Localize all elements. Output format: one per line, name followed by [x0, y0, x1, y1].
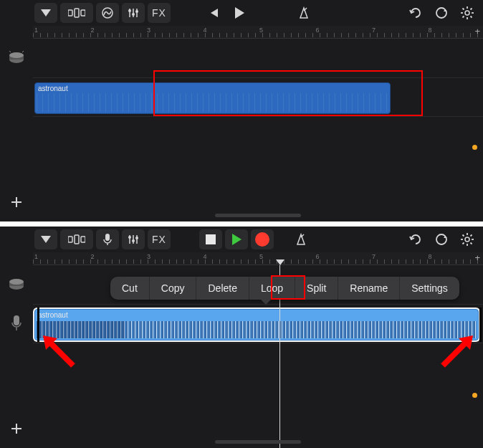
ruler-number: 5	[259, 253, 263, 260]
toolbar-top: FX	[0, 0, 483, 26]
add-measure-icon[interactable]: +	[474, 27, 480, 36]
svg-point-44	[9, 279, 24, 285]
toolbar-bottom: FX	[0, 227, 483, 252]
svg-point-5	[132, 13, 135, 16]
context-menu-item-settings[interactable]: Settings	[400, 277, 459, 300]
settings-gear-button[interactable]	[456, 229, 479, 249]
svg-point-20	[9, 52, 24, 58]
undo-button[interactable]	[404, 229, 427, 249]
automation-button[interactable]	[96, 3, 119, 23]
track-head-drums[interactable]	[0, 265, 33, 304]
ruler-number: 6	[316, 253, 320, 260]
track-headers	[0, 39, 33, 221]
mixer-button[interactable]	[122, 229, 145, 249]
svg-point-4	[128, 9, 131, 12]
svg-line-39	[471, 243, 472, 244]
metronome-button[interactable]	[290, 229, 312, 249]
svg-point-28	[132, 239, 135, 242]
ruler-number: 8	[429, 27, 432, 34]
metronome-button[interactable]	[292, 3, 315, 23]
stop-button[interactable]	[199, 229, 222, 249]
svg-line-41	[471, 235, 472, 237]
context-menu: CutCopyDeleteLoopSplitRenameSettings	[110, 277, 459, 300]
svg-rect-30	[206, 234, 216, 244]
svg-rect-1	[75, 9, 79, 17]
svg-line-15	[471, 16, 472, 18]
svg-point-8	[436, 8, 446, 18]
horizontal-scrollbar[interactable]	[215, 440, 301, 444]
ruler[interactable]: + 12345678	[33, 26, 483, 39]
context-menu-item-copy[interactable]: Copy	[150, 277, 197, 300]
track-settings-button[interactable]	[34, 229, 57, 249]
ruler-number: 3	[147, 253, 150, 260]
svg-rect-24	[75, 235, 79, 244]
horizontal-scrollbar[interactable]	[215, 214, 301, 217]
svg-line-38	[463, 235, 464, 237]
ruler-number: 8	[429, 253, 432, 260]
record-icon	[255, 232, 269, 247]
loop-button[interactable]	[430, 229, 453, 249]
context-menu-item-cut[interactable]: Cut	[110, 277, 150, 300]
fx-button[interactable]: FX	[148, 229, 171, 249]
loop-button[interactable]	[430, 3, 453, 23]
microphone-icon	[10, 314, 23, 333]
ruler-number: 5	[259, 27, 263, 34]
marker-dot	[472, 145, 477, 150]
svg-line-22	[22, 51, 25, 52]
svg-rect-26	[105, 234, 110, 241]
add-track-button[interactable]	[0, 183, 33, 221]
track-head-mic[interactable]	[0, 304, 33, 343]
settings-gear-button[interactable]	[456, 3, 479, 23]
svg-rect-45	[14, 315, 19, 325]
drums-icon	[6, 277, 27, 292]
ruler-number: 4	[204, 27, 207, 34]
audio-region[interactable]: astronaut	[34, 309, 479, 340]
ruler-number: 7	[372, 253, 376, 260]
context-menu-item-split[interactable]: Split	[295, 277, 338, 300]
mixer-button[interactable]	[122, 3, 145, 23]
marker-dot	[472, 393, 477, 398]
play-button[interactable]	[225, 229, 248, 249]
svg-point-6	[135, 10, 138, 13]
region-handle-right[interactable]	[479, 308, 482, 342]
undo-button[interactable]	[404, 3, 427, 23]
svg-rect-23	[68, 237, 72, 242]
view-mode-button[interactable]	[60, 3, 93, 23]
ruler[interactable]: + 12345678	[33, 252, 483, 265]
svg-rect-2	[81, 10, 85, 16]
svg-point-29	[135, 237, 138, 239]
ruler-number: 7	[372, 27, 376, 34]
track-head-drums[interactable]	[0, 39, 33, 77]
view-mode-button[interactable]	[60, 229, 93, 249]
context-menu-item-rename[interactable]: Rename	[338, 277, 400, 300]
context-menu-item-loop[interactable]: Loop	[249, 277, 295, 300]
svg-line-21	[8, 51, 11, 52]
context-menu-item-delete[interactable]: Delete	[196, 277, 249, 300]
rewind-button[interactable]	[202, 3, 225, 23]
ruler-number: 1	[34, 253, 38, 260]
svg-point-9	[465, 11, 469, 15]
ruler-number: 3	[147, 27, 150, 34]
fx-button[interactable]: FX	[148, 3, 171, 23]
svg-line-17	[471, 9, 472, 10]
record-button[interactable]	[251, 229, 274, 249]
add-track-button[interactable]	[0, 409, 33, 448]
play-button[interactable]	[228, 3, 251, 23]
svg-line-14	[463, 9, 464, 10]
svg-point-27	[128, 236, 131, 239]
ruler-number: 4	[204, 253, 207, 260]
microphone-button[interactable]	[96, 229, 119, 249]
add-measure-icon[interactable]: +	[474, 253, 480, 262]
svg-line-16	[463, 16, 464, 18]
annotation-arrow-left	[39, 331, 82, 374]
svg-line-40	[463, 243, 464, 244]
ruler-number: 1	[34, 27, 38, 34]
region-name: astronaut	[38, 311, 68, 319]
timeline[interactable]: astronaut	[33, 39, 483, 221]
track-head-region[interactable]	[0, 77, 33, 116]
svg-rect-0	[68, 10, 72, 16]
region-name: astronaut	[38, 85, 68, 92]
midi-region[interactable]: astronaut	[34, 82, 391, 114]
track-settings-button[interactable]	[34, 3, 57, 23]
annotation-arrow-right	[436, 331, 479, 374]
